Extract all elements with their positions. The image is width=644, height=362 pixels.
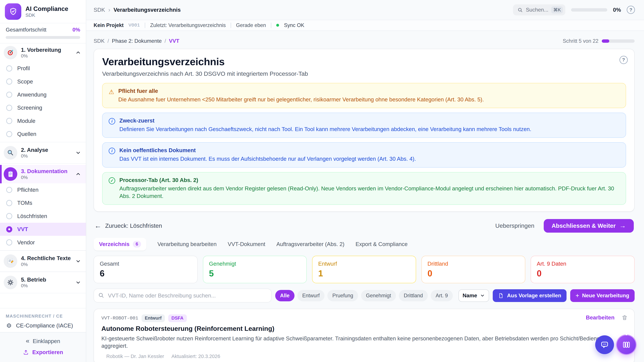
- alert-list: ⚠Pflicht fuer alleDie Ausnahme fuer Unte…: [102, 83, 626, 205]
- sidebar-item-scope[interactable]: Scope: [0, 75, 86, 88]
- sidebar-item-quellen[interactable]: Quellen: [0, 128, 86, 141]
- filter-chip-art-9[interactable]: Art. 9: [431, 290, 453, 302]
- export-button[interactable]: Exportieren: [4, 347, 82, 358]
- main-area: SDK › Verarbeitungsverzeichnis Suchen...…: [86, 0, 644, 362]
- sort-select[interactable]: Name: [458, 290, 489, 302]
- tab-export-compliance[interactable]: Export & Compliance: [356, 241, 408, 247]
- tab-verarbeitung-bearbeiten[interactable]: Verarbeitung bearbeiten: [158, 241, 217, 247]
- sidebar-item-anwendung[interactable]: Anwendung: [0, 88, 86, 101]
- list-item[interactable]: VVT-ROBOT-001EntwurfDSFAAutonome Roboter…: [94, 309, 634, 362]
- record-search: [94, 289, 271, 303]
- sidebar-item-module[interactable]: Module: [0, 114, 86, 128]
- stat-card-art-9-daten: Art. 9 Daten0: [531, 256, 634, 283]
- alert-warning: ⚠Pflicht fuer alleDie Ausnahme fuer Unte…: [102, 83, 626, 108]
- complete-next-button[interactable]: Abschliessen & Weiter →: [544, 219, 634, 233]
- sidebar-section-5-betrieb[interactable]: 5. Betrieb0%: [0, 273, 86, 292]
- alert-text: Das VVT ist ein internes Dokument. Es mu…: [120, 155, 416, 163]
- filter-chip-genehmigt[interactable]: Genehmigt: [361, 290, 396, 302]
- breadcrumb-root[interactable]: SDK: [94, 7, 105, 13]
- phase-crumb-current: VVT: [169, 38, 179, 44]
- record-description: KI-gesteuerte Schweißroboter nutzen Rein…: [101, 335, 627, 350]
- skip-button[interactable]: Ueberspringen: [495, 222, 534, 229]
- record-search-input[interactable]: [94, 289, 271, 303]
- slash-separator: /: [164, 38, 166, 44]
- back-button[interactable]: ← Zurueck: Löschfristen: [94, 222, 162, 230]
- step-progress-track: [602, 39, 634, 43]
- divider: [0, 142, 86, 142]
- sidebar-section-label: 5. Betrieb: [21, 277, 75, 283]
- global-search[interactable]: Suchen... ⌘K: [513, 4, 565, 15]
- new-record-label: Neue Verarbeitung: [582, 293, 629, 299]
- chat-bubble-icon: [600, 340, 609, 349]
- sidebar-section-2-analyse[interactable]: 2. Analyse0%: [0, 143, 86, 162]
- tab-auftragsverarbeiter-abs-2[interactable]: Auftragsverarbeiter (Abs. 2): [276, 241, 344, 247]
- stat-cards: Gesamt6Genehmigt5Entwurf1Drittland0Art. …: [94, 256, 634, 283]
- record-list: VVT-ROBOT-001EntwurfDSFAAutonome Roboter…: [94, 309, 634, 362]
- divider: [145, 23, 145, 28]
- sidebar-item-vvt[interactable]: VVT: [0, 223, 86, 236]
- sort-select-value: Name: [462, 293, 477, 299]
- stat-card-drittland: Drittland0: [422, 256, 526, 283]
- slash-separator: /: [108, 38, 109, 44]
- memo-icon: [4, 254, 17, 268]
- sidebar-item-pflichten[interactable]: Pflichten: [0, 183, 86, 196]
- record-owner: Robotik — Dr. Jan Kessler: [106, 354, 164, 359]
- phase-crumb-root[interactable]: SDK: [94, 38, 104, 44]
- stat-card-gesamt: Gesamt6: [94, 256, 198, 283]
- magnifier-icon: [4, 146, 17, 160]
- record-id: VVT-ROBOT-001: [101, 316, 138, 321]
- kanban-columns-icon: [622, 340, 631, 349]
- delete-record-icon[interactable]: [622, 315, 628, 321]
- card-help-icon[interactable]: ?: [620, 56, 628, 64]
- create-from-template-button[interactable]: Aus Vorlage erstellen: [493, 289, 567, 302]
- tab-vvt-dokument[interactable]: VVT-Dokument: [228, 241, 265, 247]
- sidebar-item-ce-compliance[interactable]: CE-Compliance (IACE): [0, 320, 86, 332]
- sidebar-item-vendor[interactable]: Vendor: [0, 236, 86, 249]
- arrow-left-icon: ←: [94, 222, 102, 230]
- project-name: Kein Projekt: [94, 22, 124, 28]
- version-tag: V001: [128, 23, 140, 28]
- filter-chip-entwurf[interactable]: Entwurf: [297, 290, 325, 302]
- new-record-button[interactable]: + Neue Verarbeitung: [570, 289, 634, 302]
- sidebar-section-1-vorbereitung[interactable]: 1. Vorbereitung0%: [0, 43, 86, 62]
- radio-icon: [6, 239, 12, 246]
- alert-info: iKein oeffentliches DokumentDas VVT ist …: [102, 142, 626, 167]
- collapse-sidebar-button[interactable]: « Einklappen: [4, 336, 82, 347]
- tab-verzeichnis[interactable]: Verzeichnis6: [94, 238, 146, 250]
- chip-icon: [6, 322, 12, 329]
- sidebar-section-percent: 0%: [21, 262, 75, 267]
- sidebar-item-label: Module: [17, 118, 36, 124]
- arrow-right-icon: →: [619, 222, 626, 229]
- board-view-button[interactable]: [617, 335, 636, 354]
- edit-record-button[interactable]: Bearbeiten: [586, 314, 614, 321]
- divider: [271, 23, 271, 28]
- sidebar-section-3-dokumentation[interactable]: 3. Dokumentation0%: [0, 165, 86, 183]
- tab-label: VVT-Dokument: [228, 241, 265, 247]
- sidebar-item-screening[interactable]: Screening: [0, 101, 86, 114]
- radio-icon: [6, 78, 12, 85]
- filter-chip-pruefung[interactable]: Pruefung: [327, 290, 358, 302]
- filter-chip-drittland[interactable]: Drittland: [399, 290, 428, 302]
- sidebar-section-label: 2. Analyse: [21, 147, 75, 153]
- info-icon: i: [109, 118, 115, 124]
- warning-icon: ⚠: [109, 88, 114, 95]
- sidebar-item-label: Profil: [17, 65, 30, 71]
- stat-card-entwurf: Entwurf1: [312, 256, 416, 283]
- sidebar-nav: 1. Vorbereitung0%ProfilScopeAnwendungScr…: [0, 43, 86, 307]
- divider: [0, 272, 86, 272]
- sidebar-item-löschfristen[interactable]: Löschfristen: [0, 210, 86, 223]
- sidebar-item-profil[interactable]: Profil: [0, 62, 86, 75]
- alert-title: Zweck-zuerst: [120, 117, 531, 124]
- chevron-up-icon: [75, 171, 81, 177]
- alert-info: iZweck-zuerstDefinieren Sie Verarbeitung…: [102, 113, 626, 138]
- filter-chip-alle[interactable]: Alle: [275, 290, 294, 302]
- divider: [0, 250, 86, 251]
- sync-status-label: Sync OK: [284, 22, 304, 28]
- phase-crumb-phase[interactable]: Phase 2: Dokumente: [112, 38, 162, 44]
- help-icon[interactable]: ?: [627, 6, 635, 14]
- stat-value: 0: [537, 268, 628, 278]
- chat-assistant-button[interactable]: [595, 335, 614, 354]
- sidebar-item-toms[interactable]: TOMs: [0, 196, 86, 210]
- global-search-placeholder: Suchen...: [526, 7, 548, 13]
- sidebar-section-4-rechtliche-texte[interactable]: 4. Rechtliche Texte0%: [0, 252, 86, 270]
